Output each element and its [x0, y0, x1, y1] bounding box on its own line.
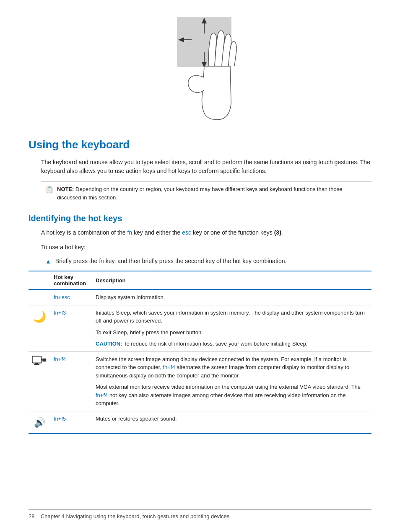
bullet-arrow-icon: ▲ [45, 258, 51, 265]
table-cell-icon-speaker: 🔊 [29, 411, 50, 434]
moon-icon: 🌙 [33, 310, 46, 323]
hotkey-intro: A hot key is a combination of the fn key… [41, 228, 371, 237]
table-row: 🌙 fn+f3 Initiates Sleep, which saves you… [29, 305, 371, 351]
speaker-icon: 🔊 [34, 417, 45, 428]
section-title: Using the keyboard [29, 138, 371, 151]
subsection-title: Identifying the hot keys [29, 214, 371, 223]
hand-illustration [29, 13, 371, 126]
fn-key-inline: fn [127, 229, 132, 236]
table-cell-desc: Displays system information. [92, 289, 371, 305]
table-row: fn+esc Displays system information. [29, 289, 371, 305]
caution-label: CAUTION: [96, 341, 122, 347]
fn-key-bullet: fn [99, 258, 104, 264]
table-cell-key: fn+f4 [50, 351, 92, 411]
section-body: The keyboard and mouse allow you to type… [41, 158, 371, 176]
bullet-text: Briefly press the fn key, and then brief… [55, 258, 287, 264]
table-cell-key: fn+f5 [50, 411, 92, 434]
footer: 28 Chapter 4 Navigating using the keyboa… [29, 509, 371, 519]
table-header-description: Description [92, 271, 371, 289]
esc-key-inline: esc [182, 229, 191, 236]
table-cell-key: fn+f3 [50, 305, 92, 351]
table-cell-icon [29, 289, 50, 305]
svg-rect-11 [34, 364, 39, 365]
hotkey-table: Hot key combination Description fn+esc D… [29, 271, 371, 434]
note-box: 📋 NOTE: Depending on the country or regi… [41, 181, 371, 205]
table-cell-desc: Mutes or restores speaker sound. [92, 411, 371, 434]
table-header-combination: Hot key combination [50, 271, 92, 289]
table-row: fn+f4 Switches the screen image among di… [29, 351, 371, 411]
note-text: NOTE: Depending on the country or region… [57, 185, 367, 201]
bullet-item: ▲ Briefly press the fn key, and then bri… [45, 258, 371, 265]
table-cell-icon-moon: 🌙 [29, 305, 50, 351]
table-cell-icon-display [29, 351, 50, 411]
table-cell-desc: Initiates Sleep, which saves your inform… [92, 305, 371, 351]
table-cell-desc: Switches the screen image among display … [92, 351, 371, 411]
table-row: 🔊 fn+f5 Mutes or restores speaker sound. [29, 411, 371, 434]
note-icon: 📋 [45, 186, 54, 194]
table-cell-key: fn+esc [50, 289, 92, 305]
table-header-icon [29, 271, 50, 289]
hotkey-use-label: To use a hot key: [41, 243, 371, 252]
svg-rect-10 [35, 363, 38, 364]
footer-text: 28 Chapter 4 Navigating using the keyboa… [29, 513, 371, 519]
svg-rect-9 [32, 356, 42, 363]
svg-rect-12 [42, 358, 46, 361]
display-switch-icon [32, 355, 47, 371]
